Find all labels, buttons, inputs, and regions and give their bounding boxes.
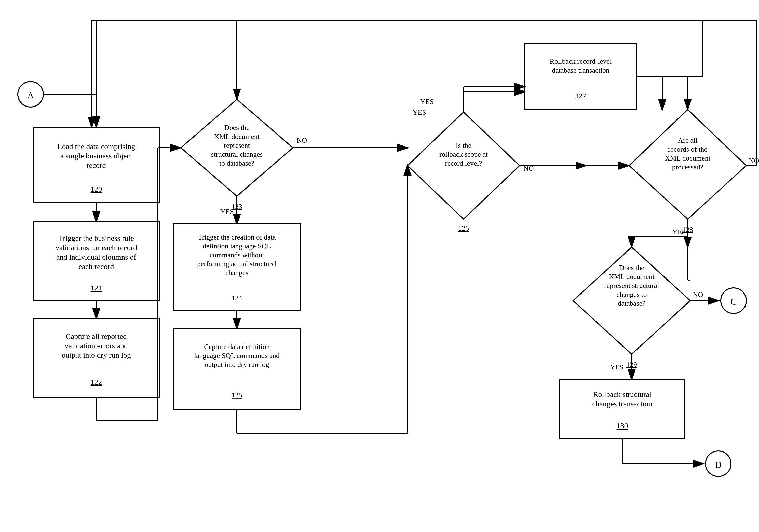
box-122-line1: Capture all reported: [66, 332, 127, 341]
diamond-128-yes-label: YES: [672, 228, 686, 236]
connector-a-label: A: [27, 90, 34, 101]
diamond-123-line4: structural changes: [211, 150, 263, 158]
box-125-line1: Capture data definition: [204, 343, 270, 350]
connector-c-label: C: [731, 297, 737, 307]
diamond-128-line2: records of the: [668, 145, 707, 153]
box-125-line2: language SQL commands and: [194, 351, 280, 359]
box-120-ref: 120: [91, 185, 102, 193]
box-122-line2: validation errors and: [65, 342, 128, 350]
diamond-123-line2: XML document: [214, 133, 260, 141]
box-124-ref: 124: [231, 294, 242, 302]
diamond-123-no-label: NO: [297, 136, 307, 144]
diamond-129-line1: Does the: [619, 264, 644, 271]
box-120-line1: Load the data comprising: [57, 142, 135, 150]
box-121-line3: and individual cloumns of: [56, 253, 136, 261]
box-130-ref: 130: [617, 422, 628, 430]
diamond-123-line5: to database?: [219, 159, 255, 167]
box-124-line5: changes: [225, 269, 248, 277]
diamond-126-line1: Is the: [456, 142, 471, 149]
box-122-line3: output into dry run log: [61, 351, 131, 359]
diamond-126-line2: rollback scope at: [439, 150, 488, 158]
diamond-126-line3: record level?: [445, 159, 482, 167]
box-121-line4: each record: [78, 262, 114, 270]
box-127-line1: Rollback record-level: [550, 57, 612, 65]
diamond-129-line2: XML document: [609, 273, 655, 280]
box-121-ref: 121: [91, 284, 102, 292]
box-127-ref: 127: [575, 92, 586, 100]
diamond-129-no-label: NO: [693, 290, 703, 298]
diamond-126-yes-label: YES: [413, 108, 426, 116]
box-120-line2: a single business object: [60, 152, 133, 160]
box-130: [560, 379, 685, 439]
box-124-line2: defintion language SQL: [203, 242, 271, 250]
diamond-123-line1: Does the: [224, 124, 250, 132]
box-125-line3: output into dry run log: [205, 360, 269, 368]
diamond-126-yes-label2: YES: [420, 98, 434, 105]
box-122-ref: 122: [91, 378, 102, 386]
diamond-126-ref: 126: [458, 224, 469, 232]
diamond-128-line3: XML document: [665, 154, 711, 162]
box-121-line1: Trigger the business rule: [59, 234, 134, 242]
box-125-ref: 125: [231, 391, 242, 399]
box-124-line3: commands without: [210, 251, 264, 259]
diamond-128-line1: Are all: [678, 136, 698, 144]
diamond-128-no-label: NO: [749, 157, 759, 165]
diamond-123-line3: represent: [224, 142, 250, 149]
box-130-line2: changes transaction: [592, 399, 652, 408]
diamond-129-line3: represent structural: [604, 282, 659, 289]
diamond-129-yes-label: YES: [610, 363, 623, 371]
diamond-128-line4: processed?: [672, 163, 703, 171]
box-124-line1: Trigger the creation of data: [198, 233, 276, 241]
diamond-123-yes-label: YES: [220, 208, 234, 216]
box-127-line2: database transaction: [552, 66, 610, 74]
box-121-line2: validations for each record: [56, 243, 137, 252]
box-127: [525, 43, 637, 109]
box-120-line3: record: [87, 161, 106, 169]
diamond-129-line5: database?: [618, 299, 646, 307]
flowchart-main: A Load the data comprising a single busi…: [0, 0, 759, 532]
box-124-line4: performing actual structural: [197, 260, 277, 268]
connector-d-label: D: [715, 460, 722, 470]
diamond-129-line4: changes to: [617, 290, 647, 298]
box-130-line1: Rollback structural: [593, 390, 651, 398]
